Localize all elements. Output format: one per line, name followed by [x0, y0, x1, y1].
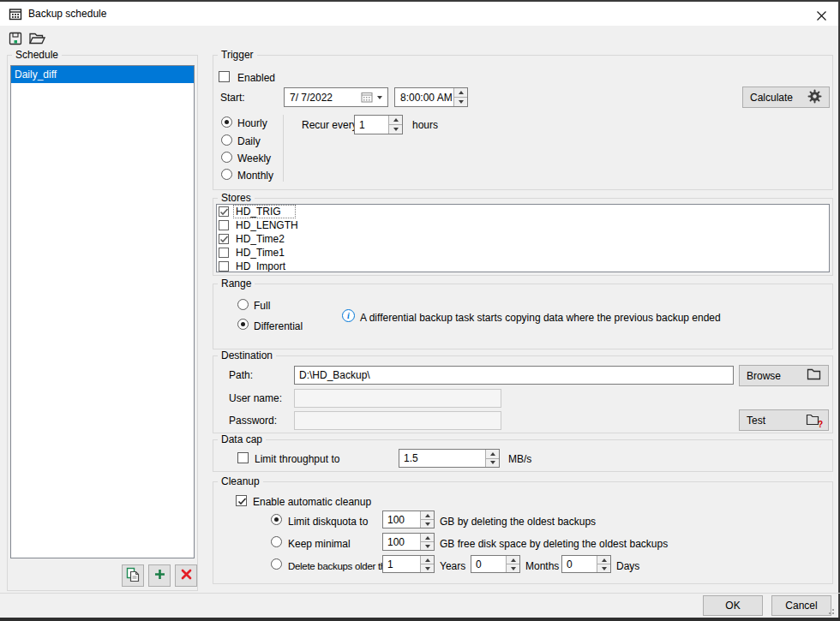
spin-down-icon[interactable] — [421, 541, 434, 550]
spin-down-icon[interactable] — [421, 519, 434, 528]
ok-button[interactable]: OK — [703, 595, 763, 616]
cleanup-radio-keep-minimal[interactable] — [271, 536, 282, 547]
diskquota-input[interactable] — [383, 514, 420, 526]
save-icon — [8, 31, 23, 49]
store-checkbox-checked[interactable] — [219, 206, 229, 217]
recur-spinner-buttons[interactable] — [388, 116, 402, 134]
copy-schedule-button[interactable] — [122, 564, 144, 587]
diskquota-spinner[interactable] — [382, 511, 435, 528]
spin-up-icon[interactable] — [421, 511, 434, 519]
store-checkbox-checked[interactable] — [219, 234, 229, 244]
spin-up-icon[interactable] — [421, 534, 434, 541]
range-label-full[interactable]: Full — [254, 300, 270, 312]
cleanup-radio-older-than[interactable] — [271, 558, 282, 570]
cancel-button[interactable]: Cancel — [771, 595, 831, 616]
recur-every-spinner[interactable] — [354, 115, 403, 134]
resize-grip[interactable] — [825, 605, 835, 615]
older-than-months-input[interactable] — [471, 558, 506, 570]
range-radio-full[interactable] — [237, 299, 249, 310]
add-schedule-button[interactable] — [148, 564, 171, 587]
store-label[interactable]: HD_LENGTH — [234, 219, 300, 231]
schedule-list[interactable]: Daily_diff — [10, 65, 195, 558]
spin-down-icon[interactable] — [486, 458, 499, 468]
enable-cleanup-label[interactable]: Enable automatic cleanup — [253, 496, 371, 508]
spin-down-icon[interactable] — [421, 564, 434, 572]
keep-minimal-spinner[interactable] — [382, 533, 435, 551]
store-checkbox[interactable] — [219, 261, 229, 272]
cleanup-label-older-than[interactable]: Delete backups older than — [288, 560, 396, 572]
path-input[interactable] — [295, 369, 733, 381]
calculate-button[interactable]: Calculate — [742, 87, 830, 108]
older-than-years-input[interactable] — [383, 558, 420, 570]
keep-minimal-input[interactable] — [383, 536, 420, 548]
spin-up-icon[interactable] — [507, 556, 519, 564]
cleanup-label-diskquota[interactable]: Limit diskquota to — [288, 516, 368, 528]
frequency-radio-monthly[interactable] — [221, 169, 232, 180]
store-row[interactable]: HD_Time2 — [217, 232, 829, 246]
spin-up-icon[interactable] — [389, 116, 402, 124]
frequency-radio-hourly[interactable] — [221, 116, 232, 128]
spin-down-icon[interactable] — [597, 564, 610, 572]
spinner-buttons[interactable] — [506, 556, 519, 572]
spin-down-icon[interactable] — [389, 124, 402, 134]
spin-up-icon[interactable] — [597, 556, 610, 564]
frequency-label-weekly[interactable]: Weekly — [237, 152, 271, 164]
store-label[interactable]: HD_TRIG — [234, 206, 295, 218]
older-than-days-input[interactable] — [562, 558, 597, 570]
enable-cleanup-checkbox[interactable] — [236, 495, 247, 506]
calendar-dropdown-icon[interactable] — [361, 92, 373, 103]
schedule-list-item[interactable]: Daily_diff — [11, 66, 194, 83]
delete-schedule-button[interactable] — [175, 564, 197, 587]
start-date-picker[interactable]: 7/ 7/2022 — [284, 87, 388, 107]
throughput-spinner[interactable] — [399, 449, 500, 468]
open-button[interactable] — [27, 30, 47, 49]
range-label-differential[interactable]: Differential — [254, 320, 303, 332]
store-checkbox[interactable] — [219, 248, 229, 258]
spin-down-icon[interactable] — [454, 97, 467, 106]
spinner-buttons[interactable] — [420, 556, 434, 572]
enabled-checkbox[interactable] — [219, 71, 230, 82]
limit-throughput-label[interactable]: Limit throughput to — [255, 453, 339, 465]
frequency-label-hourly[interactable]: Hourly — [237, 117, 267, 129]
range-radio-differential[interactable] — [237, 319, 249, 330]
start-time-picker[interactable]: 8:00:00 AM — [394, 87, 468, 107]
spin-down-icon[interactable] — [507, 564, 519, 572]
time-spinner-buttons[interactable] — [453, 88, 467, 106]
cleanup-radio-diskquota[interactable] — [271, 514, 282, 525]
frequency-radio-daily[interactable] — [221, 134, 232, 146]
frequency-radio-weekly[interactable] — [221, 152, 232, 163]
spinner-buttons[interactable] — [420, 511, 434, 528]
store-label[interactable]: HD_Time1 — [234, 247, 286, 259]
store-row[interactable]: HD_Time1 — [217, 246, 829, 260]
close-button[interactable] — [807, 5, 835, 26]
older-than-days-spinner[interactable] — [561, 555, 611, 573]
browse-button[interactable]: Browse — [739, 365, 829, 386]
save-button[interactable] — [5, 30, 26, 49]
spinner-buttons[interactable] — [420, 534, 434, 550]
spinner-buttons[interactable] — [597, 556, 610, 572]
recur-every-input[interactable] — [355, 119, 388, 131]
stores-list[interactable]: HD_TRIG HD_LENGTH HD_Time2 HD_Time1 HD_I… — [216, 204, 830, 272]
test-button[interactable]: Test ? — [739, 409, 829, 431]
dropdown-caret-icon[interactable] — [377, 96, 382, 99]
cleanup-label-keep-minimal[interactable]: Keep minimal — [288, 538, 351, 550]
limit-throughput-checkbox[interactable] — [237, 452, 249, 463]
enabled-checkbox-label[interactable]: Enabled — [237, 72, 275, 84]
throughput-spinner-buttons[interactable] — [485, 450, 499, 467]
store-row[interactable]: HD_LENGTH — [217, 218, 829, 232]
store-checkbox[interactable] — [219, 220, 229, 230]
plus-icon — [153, 568, 166, 583]
store-label[interactable]: HD_Import — [234, 260, 287, 272]
frequency-label-daily[interactable]: Daily — [237, 135, 261, 147]
path-field[interactable] — [294, 366, 734, 385]
store-row[interactable]: HD_Import — [217, 260, 829, 272]
store-row[interactable]: HD_TRIG — [217, 205, 829, 218]
spin-up-icon[interactable] — [486, 450, 499, 458]
older-than-months-spinner[interactable] — [471, 555, 520, 573]
frequency-label-monthly[interactable]: Monthly — [237, 170, 273, 182]
store-label[interactable]: HD_Time2 — [234, 233, 286, 245]
throughput-input[interactable] — [399, 452, 485, 464]
spin-up-icon[interactable] — [454, 88, 467, 97]
older-than-years-spinner[interactable] — [382, 555, 435, 573]
spin-up-icon[interactable] — [421, 556, 434, 564]
